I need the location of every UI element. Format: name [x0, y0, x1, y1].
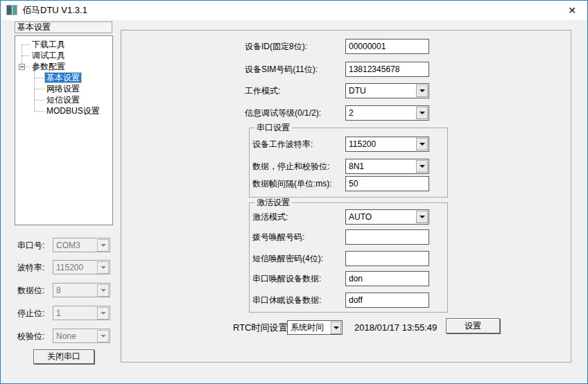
tree-item-debug-tools[interactable]: 调试工具: [31, 50, 67, 61]
activation-mode-combo[interactable]: AUTO: [345, 209, 429, 225]
frame-format-value: 8N1: [346, 162, 416, 171]
chevron-down-icon[interactable]: [416, 85, 428, 97]
tree-connector: [34, 100, 44, 101]
debug-level-label: 信息调试等级(0/1/2):: [245, 105, 321, 121]
tree-item-param-config[interactable]: 参数配置: [31, 61, 67, 72]
tree-item-label: 调试工具: [31, 51, 67, 60]
device-baudrate-value: 115200: [346, 139, 416, 149]
tree-item-label: 网络设置: [45, 84, 81, 94]
set-button[interactable]: 设置: [446, 318, 500, 333]
port-label: 校验位:: [17, 329, 44, 344]
debug-level-combo[interactable]: 2: [345, 105, 429, 121]
chevron-down-icon[interactable]: [331, 322, 341, 334]
dial-wake-input[interactable]: [345, 229, 429, 245]
chevron-down-icon[interactable]: [416, 107, 428, 119]
serial-sleep-data-input[interactable]: [345, 293, 429, 308]
sidebar-header: 基本设置: [15, 21, 112, 33]
device-baudrate-label: 设备工作波特率:: [252, 137, 313, 152]
tree-item-network-settings[interactable]: 网络设置: [45, 83, 81, 94]
tree-item-label: 下载工具: [31, 40, 67, 49]
work-mode-label: 工作模式:: [245, 83, 280, 98]
tree-item-download-tools[interactable]: 下载工具: [31, 39, 67, 50]
tree-item-label: 参数配置: [31, 62, 67, 71]
tree-item-label-selected: 基本设置: [45, 73, 81, 82]
databits-value: 8: [53, 286, 97, 295]
close-icon[interactable]: ✕: [564, 1, 580, 20]
work-mode-value: DTU: [346, 86, 416, 96]
sim-number-input[interactable]: [345, 62, 429, 77]
tree-item-sms-settings[interactable]: 短信设置: [45, 94, 81, 105]
frame-format-label: 数据，停止和校验位:: [252, 159, 329, 174]
activation-mode-label: 激活模式:: [252, 209, 288, 225]
stopbits-value: 1: [53, 308, 97, 318]
databits-combo[interactable]: 8: [53, 283, 110, 297]
sim-number-label: 设备SIM号码(11位):: [245, 62, 318, 77]
port-label: 串口号:: [17, 238, 44, 253]
rtc-datetime: 2018/01/17 13:55:49: [354, 320, 437, 335]
parity-combo[interactable]: None: [53, 329, 110, 343]
nav-tree[interactable]: 下载工具 调试工具 参数配置 基本设置 网络设置 短信设置 MODBUS设置: [15, 35, 113, 225]
app-icon: [6, 5, 17, 15]
chevron-down-icon[interactable]: [97, 284, 109, 297]
tree-connector: [34, 78, 44, 78]
baudrate-value: 115200: [53, 263, 97, 272]
collapse-icon[interactable]: [19, 64, 25, 70]
activation-mode-value: AUTO: [346, 212, 416, 222]
tree-item-label: 短信设置: [45, 95, 81, 105]
chevron-down-icon[interactable]: [416, 138, 428, 150]
activation-group-title: 激活设置: [254, 198, 292, 207]
debug-level-value: 2: [346, 108, 416, 118]
tree-item-label: MODBUS设置: [45, 106, 101, 116]
com-port-combo[interactable]: COM3: [53, 238, 110, 252]
port-label: 数据位:: [17, 283, 44, 298]
serial-group-title: 串口设置: [254, 123, 292, 132]
tree-item-basic-settings[interactable]: 基本设置: [45, 72, 81, 83]
serial-wake-data-input[interactable]: [345, 271, 429, 286]
chevron-down-icon[interactable]: [97, 261, 109, 274]
frame-interval-label: 数据帧间隔(单位:ms):: [252, 176, 332, 191]
tree-connector: [34, 111, 44, 112]
tree-item-modbus-settings[interactable]: MODBUS设置: [45, 105, 101, 116]
chevron-down-icon[interactable]: [416, 160, 428, 173]
tree-connector: [34, 71, 35, 111]
frame-format-combo[interactable]: 8N1: [345, 159, 429, 174]
work-mode-combo[interactable]: DTU: [345, 83, 429, 98]
device-baudrate-combo[interactable]: 115200: [345, 137, 429, 152]
app-window: 佰马DTU V1.3.1 ✕ 基本设置 下载工具 调试工具 参数配置 基本设置 …: [0, 0, 588, 384]
serial-wake-data-label: 串口唤醒设备数据:: [252, 271, 321, 286]
sms-wake-password-label: 短信唤醒密码(4位):: [252, 251, 323, 266]
sms-wake-password-input[interactable]: [345, 251, 429, 266]
tree-connector: [21, 55, 30, 56]
title-bar[interactable]: 佰马DTU V1.3.1 ✕: [1, 1, 587, 20]
com-port-value: COM3: [53, 241, 97, 250]
chevron-down-icon[interactable]: [97, 239, 109, 252]
device-id-input[interactable]: [345, 39, 429, 54]
close-serial-button[interactable]: 关闭串口: [33, 349, 94, 364]
tree-connector: [25, 67, 30, 67]
stopbits-combo[interactable]: 1: [53, 306, 110, 320]
port-label: 停止位:: [17, 306, 44, 321]
baudrate-combo[interactable]: 115200: [53, 260, 110, 274]
window-title: 佰马DTU V1.3.1: [22, 1, 87, 20]
rtc-source-value: 系统时间: [288, 322, 331, 333]
dial-wake-label: 拨号唤醒号码:: [252, 229, 304, 245]
tree-connector: [21, 44, 30, 45]
chevron-down-icon[interactable]: [97, 330, 109, 342]
port-label: 波特率:: [17, 260, 44, 275]
chevron-down-icon[interactable]: [416, 211, 428, 223]
rtc-source-combo[interactable]: 系统时间: [287, 320, 343, 335]
device-id-label: 设备ID(固定8位):: [245, 39, 307, 54]
chevron-down-icon[interactable]: [97, 307, 109, 320]
parity-value: None: [53, 331, 97, 341]
serial-sleep-data-label: 串口休眠设备数据:: [252, 293, 321, 308]
tree-connector: [34, 89, 44, 89]
frame-interval-input[interactable]: [345, 176, 429, 191]
rtc-label: RTC时间设置:: [233, 320, 290, 335]
